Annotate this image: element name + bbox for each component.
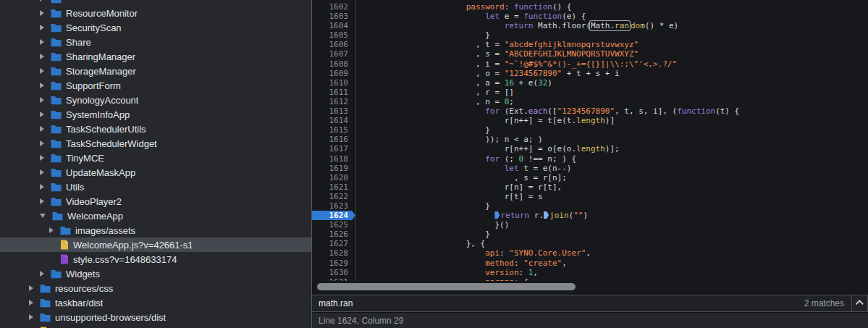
line-number[interactable]: 1622 xyxy=(312,192,355,201)
tree-item-TaskSchedulerUtils[interactable]: TaskSchedulerUtils xyxy=(0,122,311,136)
code-line[interactable]: 1607 , s = "ABCDEFGHIJKLMNOPQRSTUVWXYZ" xyxy=(312,49,868,59)
line-number[interactable]: 1629 xyxy=(312,258,355,268)
tree-item-images/assets[interactable]: images/assets xyxy=(0,223,311,237)
disclosure-triangle-icon[interactable] xyxy=(29,300,33,306)
code-line[interactable]: 1619 let t = e(n--) xyxy=(312,164,868,173)
disclosure-triangle-icon[interactable] xyxy=(40,140,44,146)
line-number[interactable]: 1603 xyxy=(312,12,355,21)
code-line[interactable]: 1614 r[n++] = t[e(t.length)] xyxy=(312,116,868,125)
line-number[interactable]: 1627 xyxy=(312,239,355,248)
disclosure-triangle-icon[interactable] xyxy=(40,126,44,132)
line-number[interactable]: 1614 xyxy=(312,116,355,125)
code-line[interactable]: 1624 return r.join("") xyxy=(312,211,868,220)
tree-item-ResourceMonitor[interactable]: ResourceMonitor xyxy=(0,6,311,20)
inline-breakpoint-icon[interactable] xyxy=(544,211,549,219)
line-number[interactable]: 1619 xyxy=(312,164,355,173)
line-number[interactable]: 1623 xyxy=(312,201,355,211)
horizontal-scrollbar-track[interactable] xyxy=(312,281,868,294)
code-line[interactable]: 1621 r[n] = r[t], xyxy=(312,182,868,192)
tree-item-UpdateMaskApp[interactable]: UpdateMaskApp xyxy=(0,165,311,180)
code-line[interactable]: 1610 , a = 16 + e(32) xyxy=(312,78,868,88)
line-number[interactable]: 1612 xyxy=(312,97,355,106)
line-number[interactable]: 1604 xyxy=(312,21,355,30)
tree-item-clipped[interactable] xyxy=(0,324,311,328)
disclosure-triangle-icon[interactable] xyxy=(29,314,33,320)
code-line[interactable]: 1608 , i = "~`!@#$%^&*()-_+={[}]|\\:;\"'… xyxy=(312,59,868,69)
tree-item-resources/css[interactable]: resources/css xyxy=(0,281,311,295)
line-number[interactable]: 1607 xyxy=(312,49,355,59)
disclosure-triangle-icon[interactable] xyxy=(40,271,44,277)
tree-item-taskbar/dist[interactable]: taskbar/dist xyxy=(0,295,311,310)
disclosure-triangle-icon[interactable] xyxy=(40,68,44,74)
tree-item-unsupported-browsers/dist[interactable]: unsupported-browsers/dist xyxy=(0,310,311,324)
disclosure-triangle-icon[interactable] xyxy=(40,25,44,30)
code-line[interactable]: 1605 } xyxy=(312,30,868,40)
line-number[interactable]: 1617 xyxy=(312,144,355,154)
code-line[interactable]: 1615 } xyxy=(312,125,868,135)
line-number[interactable]: 1613 xyxy=(312,106,355,116)
tree-item-SharingManager[interactable]: SharingManager xyxy=(0,49,311,64)
code-line[interactable]: 1611 , r = [] xyxy=(312,88,868,97)
line-number[interactable]: 1611 xyxy=(312,88,355,97)
code-line[interactable]: 1623 } xyxy=(312,201,868,211)
line-number[interactable]: 1618 xyxy=(312,154,355,164)
disclosure-triangle-icon[interactable] xyxy=(40,155,44,161)
line-number[interactable]: 1630 xyxy=(312,268,355,277)
tree-item-SynologyAccount[interactable]: SynologyAccount xyxy=(0,93,311,107)
tree-item-WelcomeApp.js?v=42661-s1[interactable]: WelcomeApp.js?v=42661-s1 xyxy=(0,237,311,252)
line-number[interactable]: 1625 xyxy=(312,220,355,230)
disclosure-triangle-icon[interactable] xyxy=(40,39,44,45)
tree-item-style.css?v=1648633174[interactable]: style.css?v=1648633174 xyxy=(0,252,311,266)
tree-item-Utils[interactable]: Utils xyxy=(0,180,311,194)
disclosure-triangle-icon[interactable] xyxy=(40,214,46,218)
line-number[interactable]: 1608 xyxy=(312,59,355,69)
code-line[interactable]: 1613 for (Ext.each(["1234567890", t, s, … xyxy=(312,106,868,116)
disclosure-triangle-icon[interactable] xyxy=(40,10,44,16)
line-number[interactable]: 1605 xyxy=(312,30,355,40)
code-line[interactable]: 1625 }() xyxy=(312,220,868,230)
code-line[interactable]: 1602 password: function() { xyxy=(312,2,868,12)
line-number[interactable]: 1621 xyxy=(312,182,355,192)
disclosure-triangle-icon[interactable] xyxy=(29,285,33,291)
disclosure-triangle-icon[interactable] xyxy=(49,227,54,233)
tree-item-VideoPlayer2[interactable]: VideoPlayer2 xyxy=(0,194,311,209)
line-number[interactable]: 1610 xyxy=(312,78,355,88)
code-line[interactable]: 1609 , o = "1234567890" + t + s + i xyxy=(312,69,868,78)
tree-item-TaskSchedulerWidget[interactable]: TaskSchedulerWidget xyxy=(0,136,311,151)
code-line[interactable]: 1629 method: "create", xyxy=(312,258,868,268)
tree-item-Share[interactable]: Share xyxy=(0,35,311,49)
code-line[interactable]: 1617 r[n++] = o[e(o.length)]; xyxy=(312,144,868,154)
tree-item-SupportForm[interactable]: SupportForm xyxy=(0,78,311,93)
code-editor[interactable]: 1602 password: function() {1603 let e = … xyxy=(312,0,868,328)
disclosure-triangle-icon[interactable] xyxy=(40,0,44,1)
code-line[interactable]: 1622 r[t] = s xyxy=(312,192,868,201)
code-line[interactable]: 1604 return Math.floor(Math.random() * e… xyxy=(312,21,868,30)
search-previous-button[interactable] xyxy=(852,295,867,311)
code-line[interactable]: 1612 , n = 0; xyxy=(312,97,868,106)
code-line[interactable]: 1630 version: 1, xyxy=(312,268,868,277)
tree-item-TinyMCE[interactable]: TinyMCE xyxy=(0,151,311,165)
disclosure-triangle-icon[interactable] xyxy=(40,97,44,103)
code-line[interactable]: 1606 , t = "abcdefghijklmnopqrstuvwxyz" xyxy=(312,40,868,49)
tree-item-clipped[interactable] xyxy=(0,0,311,6)
line-number[interactable]: 1602 xyxy=(312,2,355,12)
line-number[interactable]: 1606 xyxy=(312,40,355,49)
line-number[interactable]: 1620 xyxy=(312,173,355,182)
inline-breakpoint-icon[interactable] xyxy=(494,211,500,219)
line-number[interactable]: 1626 xyxy=(312,230,355,239)
search-input[interactable]: math.ran xyxy=(312,298,804,308)
code-line[interactable]: 1618 for (; 0 !== n; ) { xyxy=(312,154,868,164)
disclosure-triangle-icon[interactable] xyxy=(40,83,44,88)
line-number[interactable]: 1609 xyxy=(312,69,355,78)
tree-item-StorageManager[interactable]: StorageManager xyxy=(0,64,311,78)
tree-item-SecurityScan[interactable]: SecurityScan xyxy=(0,20,311,35)
tree-item-WelcomeApp[interactable]: WelcomeApp xyxy=(0,209,311,223)
disclosure-triangle-icon[interactable] xyxy=(40,184,44,190)
code-line[interactable]: 1620 , s = r[n]; xyxy=(312,173,868,182)
line-number[interactable]: 1616 xyxy=(312,135,355,144)
disclosure-triangle-icon[interactable] xyxy=(40,112,44,117)
code-line[interactable]: 1627 }, { xyxy=(312,239,868,248)
horizontal-scrollbar[interactable] xyxy=(317,283,576,290)
disclosure-triangle-icon[interactable] xyxy=(40,198,44,204)
code-line[interactable]: 1616 )); n < a; ) xyxy=(312,135,868,144)
